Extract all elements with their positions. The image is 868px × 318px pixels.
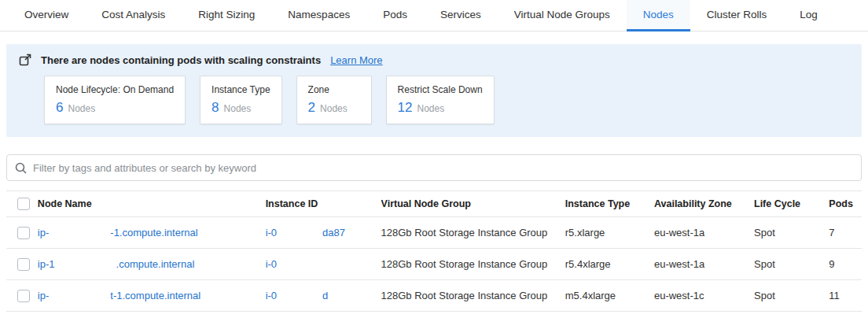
- tab-pods[interactable]: Pods: [366, 0, 424, 31]
- pods-cell: 11: [829, 290, 862, 301]
- col-header-virtual-node-group[interactable]: Virtual Node Group: [381, 198, 565, 209]
- availability-zone-cell: eu-west-1c: [654, 290, 754, 301]
- row-checkbox[interactable]: [17, 227, 30, 239]
- instance-type-cell: r5.4xlarge: [565, 258, 654, 270]
- search-icon: [15, 162, 27, 174]
- card-unit: Nodes: [417, 103, 445, 114]
- vng-cell: 128Gb Root Storage Instance Group: [381, 290, 565, 301]
- life-cycle-cell: Spot: [754, 290, 829, 301]
- col-header-instance-type[interactable]: Instance Type: [565, 198, 654, 209]
- node-name-link[interactable]: ip-t-1.compute.internal: [38, 290, 200, 301]
- row-checkbox[interactable]: [17, 258, 30, 271]
- card-unit: Nodes: [224, 103, 252, 114]
- tab-services[interactable]: Services: [424, 0, 498, 31]
- col-header-availability-zone[interactable]: Availability Zone: [654, 198, 754, 209]
- card-count: 8: [211, 100, 219, 116]
- instance-type-cell: m5.4xlarge: [565, 290, 654, 301]
- filter-input[interactable]: [33, 162, 853, 174]
- redacted-segment: [49, 235, 110, 236]
- instance-id-cell: i-0: [266, 258, 381, 270]
- constraint-cards: Node Lifecycle: On Demand 6 Nodes Instan…: [44, 76, 849, 124]
- redacted-segment: [55, 267, 116, 268]
- tab-virtual-node-groups[interactable]: Virtual Node Groups: [498, 0, 627, 31]
- row-select-cell: [6, 227, 38, 239]
- tab-right-sizing[interactable]: Right Sizing: [182, 0, 271, 31]
- tab-cluster-rolls[interactable]: Cluster Rolls: [690, 0, 784, 31]
- scaling-constraint-icon: [19, 54, 31, 66]
- col-header-node-name[interactable]: Node Name: [38, 198, 266, 209]
- tab-bar: Overview Cost Analysis Right Sizing Name…: [0, 0, 868, 31]
- scaling-constraints-banner: There are nodes containing pods with sca…: [6, 44, 862, 137]
- node-name-cell: ip-1.compute.internal: [38, 258, 266, 270]
- row-checkbox[interactable]: [17, 290, 30, 302]
- redacted-segment: [49, 298, 110, 299]
- redacted-segment: [277, 267, 322, 268]
- col-header-instance-id[interactable]: Instance ID: [266, 198, 381, 209]
- learn-more-link[interactable]: Learn More: [330, 54, 382, 66]
- node-name-link[interactable]: ip--1.compute.internal: [38, 227, 198, 238]
- card-count: 6: [56, 100, 63, 116]
- tab-cost-analysis[interactable]: Cost Analysis: [85, 0, 182, 31]
- tab-namespaces[interactable]: Namespaces: [271, 0, 366, 31]
- card-instance-type[interactable]: Instance Type 8 Nodes: [200, 76, 282, 124]
- table-row: ip-t-1.compute.internal i-0d 128Gb Root …: [6, 280, 862, 312]
- col-header-pods[interactable]: Pods: [829, 198, 862, 209]
- vng-cell: 128Gb Root Storage Instance Group: [381, 227, 565, 238]
- redacted-segment: [277, 298, 322, 299]
- table-header-row: Node Name Instance ID Virtual Node Group…: [6, 190, 862, 217]
- banner-message: There are nodes containing pods with sca…: [41, 54, 321, 66]
- availability-zone-cell: eu-west-1a: [654, 258, 754, 270]
- table-row: ip-1.compute.internal i-0 128Gb Root Sto…: [6, 249, 862, 280]
- col-header-life-cycle[interactable]: Life Cycle: [754, 198, 829, 209]
- pods-cell: 9: [829, 258, 862, 270]
- row-select-cell: [6, 258, 38, 271]
- instance-id-link[interactable]: i-0da87: [266, 227, 345, 238]
- redacted-segment: [277, 235, 322, 236]
- instance-id-link[interactable]: i-0d: [266, 290, 329, 301]
- card-title: Restrict Scale Down: [398, 84, 483, 95]
- card-count: 12: [398, 100, 413, 116]
- select-all-checkbox[interactable]: [17, 198, 30, 210]
- card-node-lifecycle[interactable]: Node Lifecycle: On Demand 6 Nodes: [44, 76, 186, 124]
- card-title: Node Lifecycle: On Demand: [56, 84, 174, 95]
- vng-cell: 128Gb Root Storage Instance Group: [381, 258, 565, 270]
- row-select-cell: [6, 290, 38, 302]
- tab-overview[interactable]: Overview: [8, 0, 85, 31]
- node-name-cell: ip-t-1.compute.internal: [38, 290, 266, 301]
- node-name-cell: ip--1.compute.internal: [38, 227, 266, 238]
- card-title: Zone: [308, 84, 360, 95]
- availability-zone-cell: eu-west-1a: [654, 227, 754, 238]
- card-restrict-scale-down[interactable]: Restrict Scale Down 12 Nodes: [386, 76, 495, 124]
- instance-id-link[interactable]: i-0: [266, 258, 322, 270]
- filter-bar: [6, 154, 862, 181]
- instance-id-cell: i-0d: [266, 290, 381, 301]
- select-all-cell: [6, 198, 38, 210]
- node-name-link[interactable]: ip-1.compute.internal: [38, 258, 194, 270]
- tab-nodes[interactable]: Nodes: [627, 0, 690, 31]
- instance-type-cell: r5.xlarge: [565, 227, 654, 238]
- card-count: 2: [308, 100, 315, 116]
- card-unit: Nodes: [68, 103, 95, 114]
- instance-id-cell: i-0da87: [266, 227, 381, 238]
- card-zone[interactable]: Zone 2 Nodes: [296, 76, 372, 124]
- card-unit: Nodes: [320, 103, 348, 114]
- pods-cell: 7: [829, 227, 862, 238]
- table-row: ip--1.compute.internal i-0da87 128Gb Roo…: [6, 217, 862, 249]
- life-cycle-cell: Spot: [754, 227, 829, 238]
- life-cycle-cell: Spot: [754, 258, 829, 270]
- card-title: Instance Type: [211, 84, 270, 95]
- nodes-table: Node Name Instance ID Virtual Node Group…: [6, 190, 862, 312]
- tab-log[interactable]: Log: [783, 0, 834, 31]
